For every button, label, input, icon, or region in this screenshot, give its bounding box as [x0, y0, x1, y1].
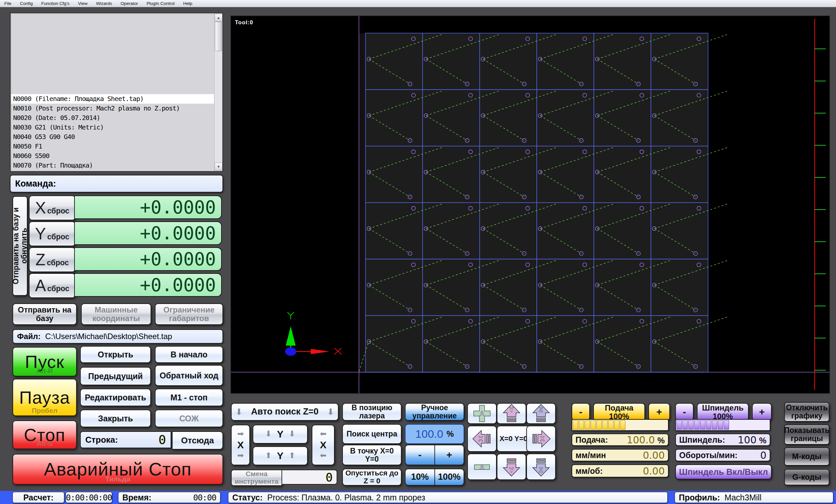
home-zero-button[interactable]: Отправить на базу и обнулить [13, 196, 27, 296]
gcode-scrollbar[interactable]: ▲ ▼ [214, 14, 222, 171]
menu-item-wizards[interactable]: Wizards [92, 1, 116, 6]
menu-item-help[interactable]: Help [179, 1, 196, 6]
arrow-down-icon: ⬇ [265, 430, 272, 439]
feed-override-bar[interactable] [572, 419, 669, 431]
gcode-list[interactable]: N0000 (Filename: Площадка Sheet.tap)N001… [10, 13, 223, 172]
x-axis-letter: X [35, 199, 46, 217]
a-reset-button[interactable]: Aсброс [29, 273, 75, 298]
soft-limits-button[interactable]: Ограничение габаритов [155, 303, 223, 325]
jog-y-minus-button[interactable]: Y [497, 453, 526, 480]
jog-y-minus-row-button[interactable]: ⬇ Y ⬇ [253, 425, 308, 444]
jog-x-minus-side-button[interactable]: ⬅ X ⬅ [312, 425, 335, 465]
y-letter: Y [277, 429, 284, 440]
coolant-button[interactable]: СОЖ [155, 410, 223, 427]
arrow-up-icon: ⬆ [289, 451, 295, 460]
jog-x-plus-button[interactable]: X [526, 426, 556, 452]
tool-number-value: 0 [325, 470, 333, 484]
jog-y-plus-row-button[interactable]: ⬆ Y ⬆ [253, 446, 308, 465]
scroll-up-icon[interactable]: ▲ [214, 14, 223, 22]
line-number-field[interactable]: Строка: 0 [80, 431, 171, 448]
m-codes-button[interactable]: M-коды [784, 447, 830, 466]
tool-change-button[interactable]: Смена инструмента [231, 469, 282, 486]
x-reset-button[interactable]: Xсброс [29, 195, 75, 220]
manual-control-button[interactable]: Ручное управление [405, 403, 464, 421]
svg-text:A: A [480, 410, 484, 417]
goto-xy-zero-button[interactable]: В точку X=0 Y=0 [342, 445, 402, 465]
y-reset-button[interactable]: Yсброс [29, 221, 75, 246]
rewind-button[interactable]: В начало [155, 346, 223, 363]
spindle-plus-button[interactable]: + [752, 403, 772, 421]
feed-minus-button[interactable]: - [572, 403, 590, 421]
jog-x-minus-button[interactable]: X [467, 426, 497, 452]
gcode-line[interactable]: N0010 (Post processor: Mach2 plasma no Z… [11, 104, 214, 113]
jog-10pct-button[interactable]: 10% [405, 469, 435, 485]
spindle-toggle-button[interactable]: Шпиндель Вкл/Выкл [675, 464, 772, 479]
feed-plus-button[interactable]: + [648, 403, 670, 421]
menu-item-operator[interactable]: Operator [116, 1, 142, 6]
z-reset-button[interactable]: Zсброс [29, 247, 75, 272]
time-box: Время: 00:00 [118, 492, 221, 503]
jog-y-plus-button[interactable]: Y [497, 403, 526, 424]
auto-z-probe-button[interactable]: ⬇ Авто поиск Z=0 ⬇ [231, 403, 339, 421]
stop-button[interactable]: Стоп Alt-S [13, 420, 77, 449]
toggle-graphics-button[interactable]: Отключить графику [784, 402, 830, 422]
scroll-thumb[interactable] [215, 22, 222, 51]
jog-x-plus-side-button[interactable]: ➡ X ➡ [231, 425, 250, 465]
gcode-line[interactable]: N0080 (Process: Плазма. 0. Plasma. 2 mm … [11, 170, 214, 172]
menu-item-function-cfg-s[interactable]: Function Cfg's [37, 1, 74, 6]
jog-a-plus-button[interactable]: A [467, 403, 497, 424]
prev-line-button[interactable]: Предыдущий [80, 367, 151, 385]
machine-coords-button[interactable]: Машинные координаты [81, 303, 151, 325]
gcode-line[interactable]: N0020 (Date: 05.07.2014) [11, 113, 214, 123]
gcode-line[interactable]: N0040 G53 G90 G40 [11, 132, 214, 142]
menu-item-config[interactable]: Config [16, 1, 37, 6]
arrow-up-icon: ⬆ [265, 451, 272, 460]
cycle-start-button[interactable]: Пуск Alt-R [13, 347, 77, 376]
command-input[interactable]: Команда: [10, 175, 223, 193]
gcode-line[interactable]: N0050 F1 [11, 142, 214, 151]
close-file-button[interactable]: Закрыть [80, 410, 151, 427]
g-codes-button[interactable]: G-коды [784, 469, 830, 485]
jog-a-minus-button[interactable]: A [467, 453, 497, 480]
z-dro-value: +0.0000 [74, 247, 222, 271]
m1-stop-button[interactable]: M1 - стоп [155, 389, 223, 406]
spindle-minus-button[interactable]: - [675, 403, 694, 421]
menu-item-view[interactable]: View [74, 1, 92, 6]
jog-z-plus-button[interactable]: Z [526, 403, 556, 424]
gcode-line[interactable]: N0030 G21 (Units: Metric) [11, 123, 214, 132]
jog-100pct-button[interactable]: 100% [435, 469, 464, 485]
arrow-down-icon: ⬇ [327, 407, 334, 416]
line-label: Строка: [85, 435, 118, 445]
run-from-here-button[interactable]: Отсюда [172, 431, 223, 450]
arrow-right-icon: ➡ [237, 430, 244, 439]
feed-mmmin-value: 0.00 [643, 450, 665, 461]
bar-segment [620, 420, 625, 430]
jog-plus-button[interactable]: + [435, 445, 464, 465]
jog-z-minus-button[interactable]: Z [526, 453, 556, 480]
laser-position-button[interactable]: В позицию лазера [342, 403, 402, 421]
emergency-stop-button[interactable]: Аварийный Стоп Тильда [13, 454, 223, 485]
jog-percent-value: 100.0 [415, 428, 443, 440]
scroll-down-icon[interactable]: ▼ [214, 163, 223, 171]
pause-button[interactable]: Пауза Пробел [13, 379, 77, 416]
spindle-override-bar[interactable] [675, 419, 771, 431]
gcode-line[interactable]: N0060 S500 [11, 151, 214, 161]
jog-minus-button[interactable]: - [405, 445, 435, 465]
gcode-line[interactable]: N0000 (Filename: Площадка Sheet.tap) [11, 94, 214, 104]
menu-item-plugin-control[interactable]: PlugIn Control [142, 1, 179, 6]
feed-reset-button[interactable]: Подача 100% [593, 403, 645, 421]
jog-xy-zero-button[interactable]: X=0 Y=0 [497, 426, 530, 452]
gcode-line[interactable]: N0070 (Part: Площадка) [11, 161, 214, 170]
toolpath-svg [231, 16, 830, 393]
open-button[interactable]: Открыть [80, 346, 151, 363]
svg-text:Y: Y [510, 406, 514, 413]
lower-to-z0-button[interactable]: Опуститься до Z = 0 [342, 469, 402, 486]
find-center-button[interactable]: Поиск центра [342, 424, 402, 444]
show-bounds-button[interactable]: Показывать границы [784, 424, 830, 445]
toolpath-display[interactable]: Tool:0 [230, 15, 830, 394]
goto-home-button[interactable]: Отправить на базу [13, 303, 77, 325]
reverse-button[interactable]: Обратный ход [155, 365, 223, 386]
edit-button[interactable]: Редактировать [80, 389, 151, 406]
spindle-reset-button[interactable]: Шпиндель 100% [697, 403, 749, 421]
menu-item-file[interactable]: File [0, 1, 16, 6]
